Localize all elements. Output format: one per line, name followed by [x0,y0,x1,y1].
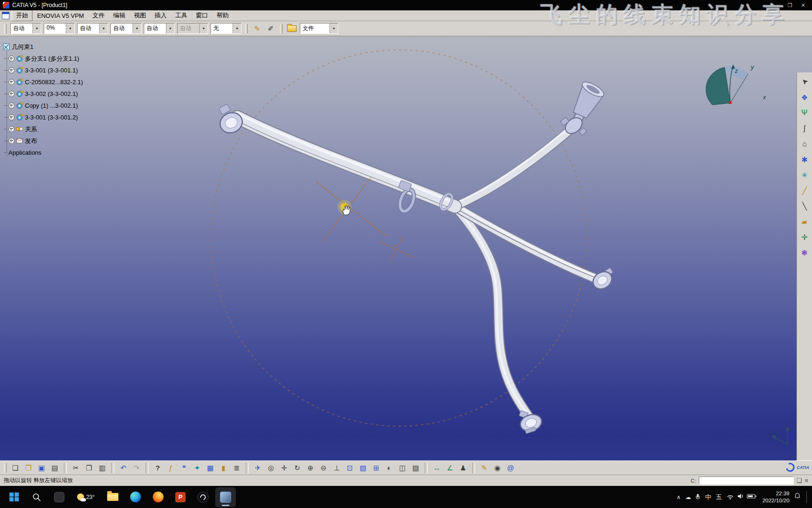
iso-view-icon[interactable]: ▧ [357,462,369,474]
whats-this-icon[interactable]: ? [152,462,164,474]
harness-model[interactable] [237,113,598,420]
normal-view-icon[interactable]: ⊥ [331,462,343,474]
start-button[interactable] [4,487,24,507]
screenshot-icon[interactable]: ◉ [492,462,503,474]
clamp-end-left[interactable] [217,104,246,136]
maximize-button[interactable]: ❐ [786,2,794,8]
menu-view[interactable]: 视图 [130,10,150,21]
measure-item-icon[interactable]: ∠ [444,462,456,474]
power-input-field[interactable] [699,476,794,484]
microphone-icon[interactable] [695,494,700,500]
toolbar-grip[interactable] [280,24,282,33]
onedrive-cloud-icon[interactable]: ☁ [685,494,691,500]
pencil-line-tool-icon[interactable]: ╱ [799,185,810,196]
chevron-down-icon[interactable]: ▼ [233,24,241,33]
toolbar-grip[interactable] [4,463,7,473]
chevron-down-icon[interactable]: ▼ [99,24,108,33]
expand-icon[interactable] [8,126,15,132]
teal-star-tool-icon[interactable]: ✳ [799,169,810,181]
tray-chevron-icon[interactable]: ∧ [677,494,681,500]
ime-method-indicator[interactable]: 五 [716,493,722,501]
multi-view-icon[interactable]: ⊞ [370,462,382,474]
layer-combo[interactable]: 无 ▼ [211,23,242,34]
axis-tool-icon[interactable]: ✛ [799,231,810,243]
chevron-down-icon[interactable]: ▼ [66,24,74,33]
catalog-combo[interactable]: 文件 ▼ [300,23,338,34]
line-tool-icon[interactable]: ╲ [799,200,810,212]
menu-file[interactable]: 文件 [89,10,109,21]
connector-top[interactable] [560,79,606,136]
menu-start[interactable]: 开始 [12,10,32,21]
cut-icon[interactable]: ✂ [70,462,82,474]
chevron-down-icon[interactable]: ▼ [329,24,338,33]
weather-widget[interactable]: 23° [71,487,101,507]
search-button[interactable] [26,487,47,507]
plane-tool-icon[interactable]: ▰ [799,216,810,227]
fit-all-icon[interactable]: ⊡ [344,462,356,474]
painter-icon[interactable]: ✎ [251,23,263,34]
select-cursor-icon[interactable]: ➤ [796,74,812,90]
paste-icon[interactable]: ▥ [96,462,108,474]
branch-tool-icon[interactable]: Ψ [799,107,810,119]
expand-icon[interactable] [8,103,15,109]
expand-icon[interactable] [8,56,15,62]
network-volume-battery[interactable] [726,492,757,502]
shading-icon[interactable]: ◐ [383,462,395,474]
open-folder-icon[interactable]: ❐ [23,462,34,474]
email-icon[interactable]: @ [505,462,516,474]
tree-item[interactable]: 3-3-002 (3-3-002.1) [3,88,83,100]
tree-item-root[interactable]: 几何束1 [3,41,83,53]
datum-list-icon[interactable]: ≣ [231,462,242,474]
design-table-icon[interactable]: ▦ [204,462,216,474]
compass[interactable]: z y x [706,64,766,105]
tree-item-applications[interactable]: Applications [3,147,83,159]
copy-icon[interactable]: ❒ [83,462,95,474]
new-file-icon[interactable]: ❏ [9,462,21,474]
examine-icon[interactable]: ◎ [265,462,277,474]
obs-button[interactable] [193,487,213,507]
zoom-out-icon[interactable]: ⊖ [318,462,329,474]
knowledge-icon[interactable]: ✦ [191,462,203,474]
line-weight-combo[interactable]: 自动 ▼ [77,23,108,34]
expand-icon[interactable] [8,138,15,144]
line-type-combo[interactable]: 自动 ▼ [110,23,141,34]
powerpoint-button[interactable]: P [170,487,191,507]
harness-document-icon[interactable]: ❖ [799,92,810,103]
expand-icon[interactable] [8,91,15,97]
notification-bell-icon[interactable] [794,492,801,501]
tree-item-relations[interactable]: 关系 [3,123,83,135]
toolbar-grip[interactable] [245,24,248,33]
menu-window[interactable]: 窗口 [192,10,212,21]
tree-item[interactable]: C-2050832...832-2.1) [3,76,83,88]
ime-mode-indicator[interactable]: 中 [705,493,711,501]
tree-item-publications[interactable]: 发布 [3,135,83,147]
print-icon[interactable]: ▤ [49,462,61,474]
support-tool-icon[interactable]: ⌂ [799,138,810,150]
zoom-in-icon[interactable]: ⊕ [304,462,316,474]
chevron-down-icon[interactable]: ▼ [133,24,141,33]
show-desktop-button[interactable] [806,491,808,503]
lock-icon[interactable]: ▮ [218,462,229,474]
chevron-down-icon[interactable]: ▼ [32,24,41,33]
scene-3d[interactable]: z y x x z [0,36,812,460]
minimize-button[interactable]: – [773,2,781,8]
tree-item[interactable]: 3-3-001 (3-3-001.2) [3,111,83,123]
inertia-icon[interactable]: ♟ [457,462,469,474]
opacity-combo[interactable]: 0% ▼ [44,23,75,34]
catia-taskbar-button[interactable] [215,487,236,507]
expand-icon[interactable] [8,114,15,120]
tree-item[interactable]: Copy (1) ...3-002.1) [3,100,83,111]
status-menu-icon[interactable]: ≡ [804,477,808,484]
color-combo[interactable]: 自动 ▼ [10,23,41,34]
rotate-icon[interactable]: ↻ [291,462,303,474]
measure-between-icon[interactable]: ↔ [431,462,443,474]
status-doc-icon[interactable]: ❏ [796,477,802,484]
catalog-folder-icon[interactable] [287,25,297,32]
clock[interactable]: 22:39 2022/10/20 [762,490,789,504]
eyedropper-icon[interactable]: ✐ [265,23,276,34]
pinned-app-button[interactable] [49,487,70,507]
pan-icon[interactable]: ✛ [278,462,290,474]
clamp-end-right[interactable] [590,268,615,293]
expand-icon[interactable] [8,79,15,85]
pattern-tool-icon[interactable]: ❃ [799,247,810,258]
